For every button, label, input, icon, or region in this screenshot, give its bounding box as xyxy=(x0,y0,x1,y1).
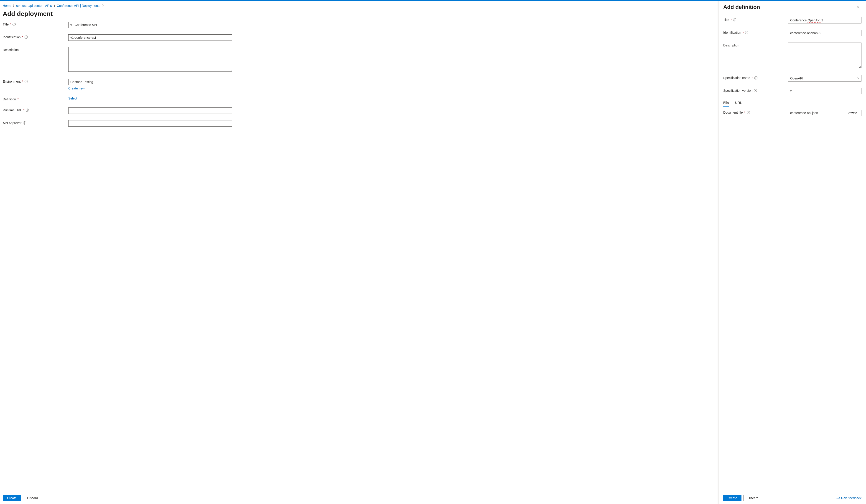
spec-version-label: Specification version xyxy=(723,89,752,92)
panel-discard-button[interactable]: Discard xyxy=(743,495,763,501)
info-icon[interactable]: i xyxy=(754,89,757,92)
give-feedback-link[interactable]: Give feedback xyxy=(836,496,862,500)
panel-identification-input[interactable] xyxy=(788,30,862,36)
panel-identification-label: Identification xyxy=(723,31,741,34)
doc-file-input[interactable] xyxy=(788,110,839,116)
add-definition-panel: Add definition Title * i Conference Open… xyxy=(719,1,866,504)
info-icon[interactable]: i xyxy=(733,18,736,21)
chevron-right-icon: ❯ xyxy=(12,4,15,7)
tab-url[interactable]: URL xyxy=(735,101,742,107)
svg-point-0 xyxy=(837,497,838,498)
info-icon[interactable]: i xyxy=(747,111,750,114)
api-approver-label: API Approver xyxy=(3,121,22,125)
panel-create-button[interactable]: Create xyxy=(723,495,742,501)
feedback-icon xyxy=(836,496,840,500)
info-icon[interactable]: i xyxy=(25,35,28,39)
more-actions-button[interactable]: ⋯ xyxy=(57,11,63,16)
identification-label: Identification xyxy=(3,35,21,39)
give-feedback-label: Give feedback xyxy=(841,496,862,500)
info-icon[interactable]: i xyxy=(25,80,28,83)
description-label: Description xyxy=(3,48,19,52)
panel-title-input[interactable]: Conference OpenAPI 2 xyxy=(788,17,862,23)
create-new-environment-link[interactable]: Create new xyxy=(68,87,85,90)
info-icon[interactable]: i xyxy=(754,76,757,79)
info-icon[interactable]: i xyxy=(12,23,16,26)
doc-file-label: Document file xyxy=(723,111,743,114)
panel-description-input[interactable] xyxy=(788,43,862,68)
title-input[interactable] xyxy=(68,22,232,28)
close-button[interactable] xyxy=(855,4,862,10)
spec-version-input[interactable] xyxy=(788,88,862,94)
discard-button[interactable]: Discard xyxy=(23,495,42,501)
breadcrumb-home[interactable]: Home xyxy=(3,4,11,8)
environment-label: Environment xyxy=(3,80,21,83)
tab-file[interactable]: File xyxy=(723,101,729,107)
browse-button[interactable]: Browse xyxy=(842,110,862,116)
create-button[interactable]: Create xyxy=(3,495,21,501)
panel-title: Add definition xyxy=(723,4,760,10)
runtime-url-label: Runtime URL xyxy=(3,108,22,112)
chevron-right-icon: ❯ xyxy=(53,4,56,7)
panel-title-label: Title xyxy=(723,18,729,22)
info-icon[interactable]: i xyxy=(745,31,748,34)
description-input[interactable] xyxy=(68,47,232,72)
select-definition-link[interactable]: Select xyxy=(68,97,77,100)
panel-description-label: Description xyxy=(723,44,739,47)
breadcrumb-api-center[interactable]: contoso-api-center | APIs xyxy=(16,4,52,8)
breadcrumb: Home ❯ contoso-api-center | APIs ❯ Confe… xyxy=(3,3,716,9)
definition-label: Definition xyxy=(3,98,16,101)
info-icon[interactable]: i xyxy=(26,109,29,112)
runtime-url-input[interactable] xyxy=(68,108,232,114)
api-approver-input[interactable] xyxy=(68,120,232,126)
title-label: Title xyxy=(3,23,9,26)
environment-input[interactable] xyxy=(68,79,232,85)
identification-input[interactable] xyxy=(68,34,232,41)
spec-name-label: Specification name xyxy=(723,76,750,80)
close-icon xyxy=(857,5,860,9)
breadcrumb-deployments[interactable]: Conference API | Deployments xyxy=(57,4,100,8)
page-title: Add deployment xyxy=(3,10,53,18)
spec-name-select[interactable] xyxy=(788,75,862,81)
info-icon[interactable]: i xyxy=(23,121,26,124)
chevron-right-icon: ❯ xyxy=(102,4,104,7)
source-tabs: File URL xyxy=(723,101,862,107)
